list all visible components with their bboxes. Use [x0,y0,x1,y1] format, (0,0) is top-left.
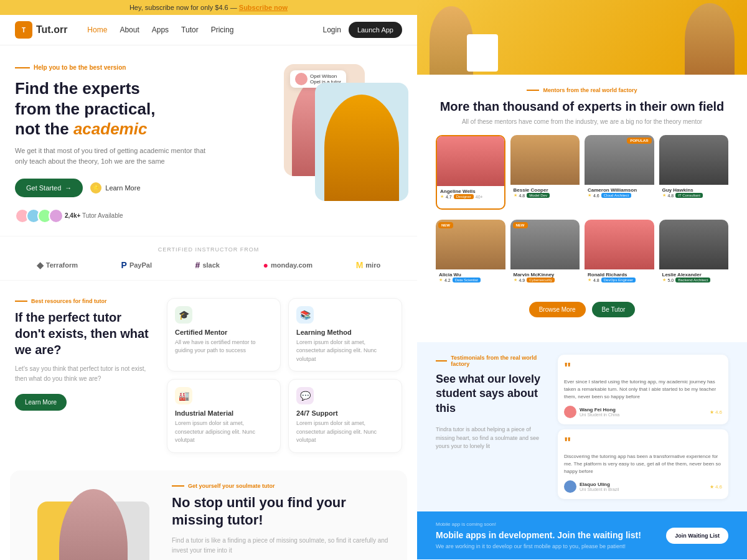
feature-card-learning: 📚 Learning Method Lorem ipsum dolor sit … [288,298,402,372]
hero-title-line3: not the [15,119,73,138]
tutor-name-3: Guy Hawkins [662,187,726,193]
learn-more-features-button[interactable]: Learn More [15,394,67,411]
hero-title-line1: Find the experts [15,79,140,98]
test-card-1: " Discovering the tutoring app has been … [558,429,728,499]
hero-person-2 [315,83,408,201]
feature-card-support: 💬 24/7 Support Lorem ipsum dolor sit ame… [288,379,402,453]
get-started-button[interactable]: Get Started → [15,179,83,197]
support-desc: Lorem ipsum dolor sit amet, consectetur … [296,419,394,445]
experts-desc: All of these mentors have come from the … [436,118,728,125]
nav-home[interactable]: Home [87,26,107,34]
waitlist-button[interactable]: Join Waiting List [666,528,728,544]
get-started-label: Get Started [26,184,61,192]
feature-card-certified: 🎓 Certified Mentor All we have is certif… [167,298,281,372]
brand-slack-label: slack [202,261,220,269]
tag-line [15,67,30,68]
learning-title: Learning Method [296,329,394,336]
experts-section: Mentors from the real world factory More… [417,75,747,342]
industrial-desc: Lorem ipsum dolor sit amet, consectetur … [175,419,273,445]
tutor-card-6[interactable]: Ronald Richards ★ 4.8 DevOps Engineer [585,220,654,294]
certified-desc: All we have is certified mentor to guidi… [175,338,273,355]
test-author-name-0: Wang Fei Hong [580,407,619,413]
tutor-info-7: Leslie Alexander ★ 5.0 Backend Architect [659,269,729,285]
tutor-badge-1: Model Dev [527,193,550,198]
tutor-rating-val-0: 4.7 [446,195,452,199]
feature-card-industrial: 🏭 Industrial Material Lorem ipsum dolor … [167,379,281,453]
testimonials-cards: " Ever since I started using the tutorin… [558,355,728,499]
missing-title: No stop until you find your missing tuto… [172,494,392,530]
tutor-info-2: Cameron Williamson ★ 4.6 Cloud Architect [585,185,654,200]
tutor-count-text: 2,4k+ Tutor Available [65,212,123,219]
test-text-1: Discovering the tutoring app has been a … [564,453,722,475]
tutor-rating-0: ★ [440,194,444,199]
test-tag-line [436,360,447,362]
tutor-card-4[interactable]: NEW Alicia Wu ★ 4.2 Data Scientist [436,220,505,294]
rp-books [467,34,498,72]
mobile-tag: Mobile app is coming soon! [436,521,641,527]
tutor-name-6: Ronald Richards [588,272,651,278]
brand-miro-label: miro [365,261,380,269]
tutor-rating-val-1: 4.8 [519,194,525,198]
test-author-info-1: Elaquo Uling Uni Student in Brazil [580,482,619,492]
tutor-card-2[interactable]: POPULAR Cameron Williamson ★ 4.6 Cloud A… [585,135,654,210]
tutor-rating-3: ★ [662,193,666,198]
industrial-icon: 🏭 [175,387,192,404]
tutor-badge-5: Cybersecurity [527,278,555,282]
nav-pricing[interactable]: Pricing [211,26,234,34]
tutor-info-0: Angeline Wells ★ 4.7 Designer 40+ [437,186,504,202]
tutor-meta-1: ★ 4.8 Model Dev [514,193,577,198]
test-quote-1: " [564,436,722,450]
be-tutor-button[interactable]: Be Tutor [592,302,636,317]
tutor-card-0[interactable]: Angeline Wells ★ 4.7 Designer 40+ [436,135,505,210]
features-section: Best resources for find tutor If the per… [0,281,417,470]
test-card-0: " Ever since I started using the tutorin… [558,355,728,424]
features-tag-line [15,301,27,302]
logo-text: Tut.orr [36,24,67,35]
testimonials-left: Testimonials from the real world factory… [436,355,548,499]
tutor-count-number: 2,4k+ [65,212,80,219]
tutor-rating-val-4: 4.2 [444,278,451,282]
rp-top-image [417,0,747,75]
new-badge-5: NEW [513,222,528,228]
experts-tag: Mentors from the real world factory [436,87,728,93]
popular-badge-2: POPULAR [627,138,651,144]
tutor-card-3[interactable]: Guy Hawkins ★ 4.8 IT Consultant [659,135,729,210]
hero-tag-text: Help you to be the best version [34,64,126,71]
learning-desc: Lorem ipsum dolor sit amet, consectetur … [296,338,394,364]
hero-buttons: Get Started → ⭐ Learn More [15,179,209,197]
mobile-content: Mobile app is coming soon! Mobile apps i… [436,521,641,549]
tutor-badge-3: IT Consultant [675,193,703,198]
tutor-card-5[interactable]: NEW Marvin McKinney ★ 4.9 Cybersecurity [510,220,580,294]
learn-more-button[interactable]: ⭐ Learn More [90,182,140,194]
nav-apps[interactable]: Apps [152,26,169,34]
learning-icon: 📚 [296,306,314,324]
experts-title: More than thousand of experts in their o… [436,98,728,114]
tutor-img-6 [585,220,654,269]
avatar-4 [49,208,63,223]
launch-button[interactable]: Launch App [349,22,402,38]
missing-tag: Get yourself your soulmate tutor [172,483,392,489]
certified-title: Certified Mentor [175,329,273,336]
hero-section: Help you to be the best version Find the… [0,45,417,236]
announcement-bar: Hey, subscribe now for only $4.6 — Subsc… [0,0,417,15]
tutor-badge-6: DevOps Engineer [601,278,636,282]
test-author-role-0: Uni Student in China [580,413,619,417]
browse-more-button[interactable]: Browse More [529,302,586,317]
nav-tutor[interactable]: Tutor [181,26,199,34]
tutor-rating-val-6: 4.8 [593,278,599,282]
tutor-badge-0: Designer [454,194,474,199]
tutor-name-0: Angeline Wells [440,189,501,194]
brand-terraform-label: Terraform [46,261,78,269]
nav-about[interactable]: About [120,26,139,34]
tutor-grid-row2: NEW Alicia Wu ★ 4.2 Data Scientist NEW [436,220,728,294]
avatar-group [15,208,60,223]
tutor-meta-0: ★ 4.7 Designer 40+ [440,194,501,199]
announcement-link[interactable]: Subscribe now [239,4,288,11]
tutor-count-label: Tutor Available [82,212,123,219]
tutor-info-1: Bessie Cooper ★ 4.8 Model Dev [510,185,580,200]
tutor-img-0 [437,136,504,186]
tutor-info-4: Alicia Wu ★ 4.2 Data Scientist [436,269,505,285]
tutor-card-7[interactable]: Leslie Alexander ★ 5.0 Backend Architect [659,220,729,294]
tutor-card-1[interactable]: Bessie Cooper ★ 4.8 Model Dev [510,135,580,210]
login-button[interactable]: Login [323,26,341,34]
